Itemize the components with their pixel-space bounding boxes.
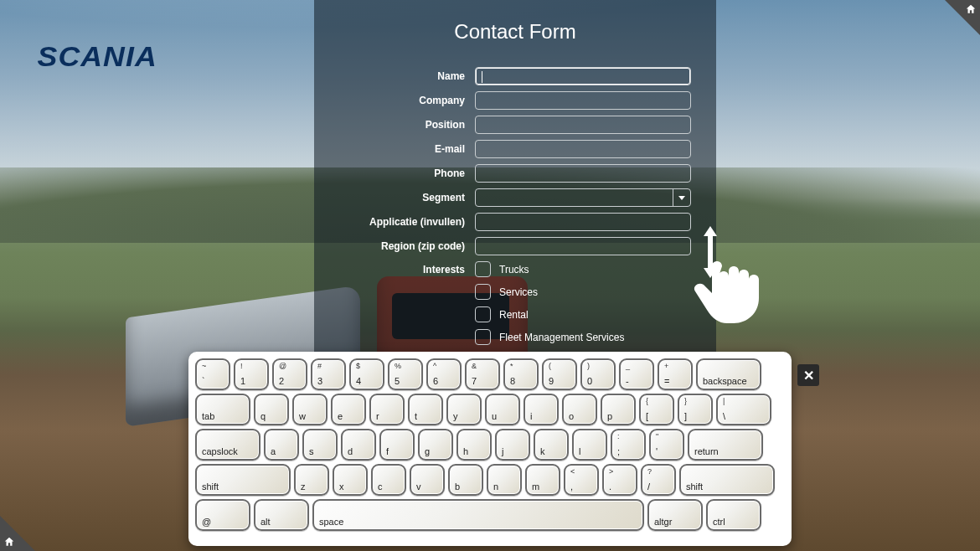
key-tab[interactable]: tab xyxy=(195,394,250,425)
key-c[interactable]: c xyxy=(371,464,406,496)
virtual-keyboard: ✕ ~`!1@2#3$4%5^6&7*8(9)0_-+=backspacetab… xyxy=(188,352,792,546)
key-z[interactable]: z xyxy=(294,464,329,496)
key-n[interactable]: n xyxy=(487,464,522,496)
label-region: Region (zip code) xyxy=(339,240,465,252)
key-s[interactable]: s xyxy=(302,429,338,461)
checkbox-label: Services xyxy=(499,286,538,298)
key-a[interactable]: a xyxy=(264,429,299,461)
key-d[interactable]: d xyxy=(341,429,376,461)
key-l[interactable]: l xyxy=(572,429,607,461)
key-[interactable]: _- xyxy=(619,358,654,390)
key-ctrl[interactable]: ctrl xyxy=(706,499,761,531)
key-backspace[interactable]: backspace xyxy=(696,358,761,390)
checkbox-trucks[interactable] xyxy=(475,261,491,277)
key-5[interactable]: %5 xyxy=(388,358,423,390)
key-[interactable]: |\ xyxy=(716,394,771,425)
key-[interactable]: @ xyxy=(195,499,250,531)
key-p[interactable]: p xyxy=(601,394,636,425)
key-m[interactable]: m xyxy=(525,464,560,496)
keyboard-close-button[interactable]: ✕ xyxy=(797,364,819,386)
applicatie-field[interactable] xyxy=(475,213,691,231)
key-9[interactable]: (9 xyxy=(542,358,577,390)
key-2[interactable]: @2 xyxy=(272,358,307,390)
key-4[interactable]: $4 xyxy=(349,358,384,390)
key-i[interactable]: i xyxy=(524,394,559,425)
svg-rect-0 xyxy=(708,236,713,268)
checkbox-services[interactable] xyxy=(475,284,491,300)
key-alt[interactable]: alt xyxy=(254,499,309,531)
key-j[interactable]: j xyxy=(495,429,530,461)
key-e[interactable]: e xyxy=(331,394,366,425)
phone-field[interactable] xyxy=(475,164,691,183)
key-b[interactable]: b xyxy=(448,464,483,496)
label-name: Name xyxy=(339,70,465,82)
key-return[interactable]: return xyxy=(688,429,763,461)
key-shift[interactable]: shift xyxy=(195,464,291,496)
key-q[interactable]: q xyxy=(254,394,289,425)
key-[interactable]: "' xyxy=(649,429,684,461)
key-w[interactable]: w xyxy=(292,394,328,425)
key-x[interactable]: x xyxy=(333,464,368,496)
key-6[interactable]: ^6 xyxy=(426,358,462,390)
key-h[interactable]: h xyxy=(456,429,492,461)
key-[interactable]: ~` xyxy=(195,358,230,390)
segment-select[interactable] xyxy=(475,188,691,207)
key-[interactable]: <, xyxy=(564,464,599,496)
name-field[interactable] xyxy=(475,67,691,85)
key-7[interactable]: &7 xyxy=(465,358,500,390)
label-email: E-mail xyxy=(339,143,465,155)
key-[interactable]: += xyxy=(658,358,693,390)
key-altgr[interactable]: altgr xyxy=(647,499,703,531)
key-o[interactable]: o xyxy=(562,394,597,425)
label-interests: Interests xyxy=(339,264,465,276)
home-icon xyxy=(3,536,15,548)
key-u[interactable]: u xyxy=(485,394,520,425)
key-f[interactable]: f xyxy=(379,429,415,461)
key-[interactable]: :; xyxy=(611,429,646,461)
label-position: Position xyxy=(339,119,465,131)
company-field[interactable] xyxy=(475,91,691,110)
region-field[interactable] xyxy=(475,237,691,255)
key-r[interactable]: r xyxy=(369,394,405,425)
position-field[interactable] xyxy=(475,116,691,134)
brand-logo: SCANIA xyxy=(38,40,157,73)
key-v[interactable]: v xyxy=(410,464,445,496)
label-company: Company xyxy=(339,95,465,106)
key-8[interactable]: *8 xyxy=(503,358,539,390)
home-icon xyxy=(965,3,977,15)
checkbox-label: Fleet Management Services xyxy=(499,332,624,343)
key-y[interactable]: y xyxy=(446,394,482,425)
close-icon: ✕ xyxy=(803,368,814,384)
key-space[interactable]: space xyxy=(312,499,644,531)
key-[interactable]: ?/ xyxy=(641,464,676,496)
key-capslock[interactable]: capslock xyxy=(195,429,260,461)
chevron-down-icon xyxy=(673,189,690,206)
key-shift[interactable]: shift xyxy=(679,464,775,496)
email-field[interactable] xyxy=(475,140,691,158)
page-title: Contact Form xyxy=(339,20,691,44)
key-k[interactable]: k xyxy=(534,429,569,461)
key-[interactable]: }] xyxy=(678,394,713,425)
checkbox-fms[interactable] xyxy=(475,329,491,345)
checkbox-label: Rental xyxy=(499,309,529,321)
label-phone: Phone xyxy=(339,167,465,179)
key-0[interactable]: )0 xyxy=(580,358,616,390)
label-segment: Segment xyxy=(339,192,465,203)
key-t[interactable]: t xyxy=(408,394,443,425)
key-g[interactable]: g xyxy=(418,429,453,461)
key-3[interactable]: #3 xyxy=(311,358,346,390)
key-[interactable]: {[ xyxy=(639,394,674,425)
label-app: Applicatie (invullen) xyxy=(339,216,465,228)
checkbox-rental[interactable] xyxy=(475,306,491,322)
checkbox-label: Trucks xyxy=(499,264,529,276)
key-1[interactable]: !1 xyxy=(234,358,269,390)
swipe-hint-icon xyxy=(687,226,771,327)
key-[interactable]: >. xyxy=(602,464,637,496)
